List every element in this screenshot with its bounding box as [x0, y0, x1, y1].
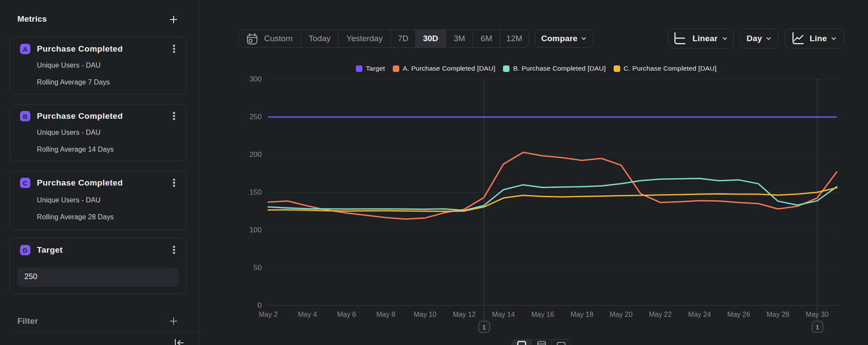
svg-text:May 30: May 30 [806, 311, 829, 318]
svg-text:May 16: May 16 [531, 311, 554, 318]
svg-text:100: 100 [250, 226, 262, 234]
svg-text:May 24: May 24 [688, 311, 711, 318]
svg-text:1: 1 [482, 323, 486, 331]
svg-text:May 10: May 10 [414, 311, 437, 318]
svg-text:May 4: May 4 [298, 311, 317, 318]
svg-text:May 2: May 2 [259, 311, 278, 318]
svg-text:May 28: May 28 [766, 311, 789, 318]
svg-text:May 12: May 12 [453, 311, 476, 318]
svg-text:May 20: May 20 [610, 311, 633, 318]
svg-text:300: 300 [250, 75, 262, 83]
svg-text:250: 250 [250, 113, 262, 121]
svg-text:50: 50 [253, 264, 262, 272]
svg-text:May 8: May 8 [376, 311, 395, 318]
svg-text:200: 200 [250, 150, 262, 159]
svg-text:May 22: May 22 [649, 311, 672, 318]
svg-text:May 18: May 18 [571, 311, 594, 318]
svg-text:May 6: May 6 [337, 311, 356, 318]
svg-text:1: 1 [815, 323, 819, 331]
svg-text:May 14: May 14 [492, 311, 515, 318]
svg-text:May 26: May 26 [727, 311, 750, 318]
svg-text:150: 150 [250, 188, 262, 196]
svg-text:0: 0 [258, 301, 262, 309]
